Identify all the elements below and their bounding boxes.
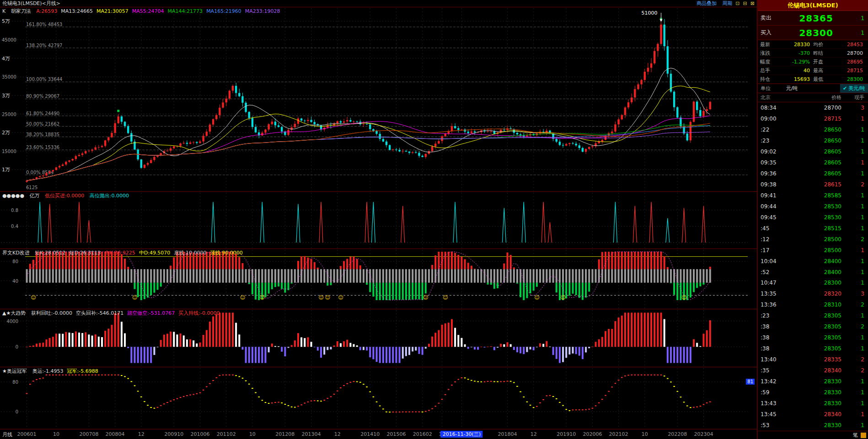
stat-value: 40 <box>774 68 811 74</box>
svg-text:4万: 4万 <box>2 56 10 62</box>
tick-row[interactable]: 09:02286051 <box>758 146 868 157</box>
tick-row[interactable]: 09:35286051 <box>758 157 868 168</box>
tick-time: :53 <box>758 422 784 428</box>
tick-row[interactable]: 13:40283352 <box>758 354 868 365</box>
pen-tab[interactable]: 笔 <box>853 432 858 439</box>
tick-row[interactable]: :38283051 <box>758 343 868 354</box>
tick-row[interactable]: 13:42283301 <box>758 376 868 387</box>
k-label: K <box>2 8 5 14</box>
tick-row[interactable]: 10:47283001 <box>758 278 868 289</box>
kline-chart[interactable]: 5万450004万350003万250002万150001万161.80% 48… <box>0 7 757 192</box>
kd-indicator-panel[interactable]: 8040☺☺☺☺☺☺☺☺☺☺☺☺ 界文KD改进 短K:28.0512短D:26.… <box>0 249 757 309</box>
trend-chart[interactable]: 40000 <box>0 309 757 367</box>
indicator-value: 空头回补:-546.0171 <box>76 310 123 316</box>
tool-icon[interactable] <box>861 433 866 438</box>
tick-row[interactable]: :53283301 <box>758 420 868 431</box>
tick-row[interactable]: :23283051 <box>758 310 868 321</box>
tick-price: 28305 <box>784 323 849 330</box>
tick-list[interactable]: 08:3428700309:00287151:22286501:23286501… <box>758 102 868 431</box>
tick-row[interactable]: :59283301 <box>758 387 868 398</box>
kd-indicator-header: 界文KD改进 短K:28.0512短D:26.3113中K:36.9225中D:… <box>2 249 250 256</box>
tick-volume: 1 <box>849 400 868 407</box>
tick-row[interactable]: 13:36283102 <box>758 299 868 310</box>
tick-row[interactable]: :17285001 <box>758 245 868 256</box>
tick-time: :38 <box>758 323 784 330</box>
olympic-chart[interactable]: 800 <box>0 367 757 429</box>
ask-row[interactable]: 卖出 28365 1 <box>758 11 868 26</box>
tick-row[interactable]: :35283402 <box>758 365 868 376</box>
trend-values: 获利回吐:-0.0000空头回补:-546.0171踏空做空:-531.0767… <box>31 310 224 316</box>
window-restore-icon[interactable]: ⊡ <box>735 0 739 6</box>
unit-usd-option[interactable]: ✔ 美元/吨 <box>840 84 868 93</box>
bid-row[interactable]: 买入 28300 1 <box>758 26 868 40</box>
indicator-name[interactable]: 亿万 <box>30 193 40 199</box>
unit-label: 单位 <box>758 85 771 92</box>
tick-price: 28305 <box>784 334 849 341</box>
indicator-name[interactable]: ★奥运冠军 <box>2 368 27 374</box>
unit-row[interactable]: 单位 元/吨 ✔ 美元/吨 <box>758 84 868 93</box>
stat-row: 总手40最高28715 <box>758 66 868 75</box>
tick-row[interactable]: :23286501 <box>758 135 868 146</box>
svg-text:40: 40 <box>12 279 18 284</box>
indicator-value: MA55:24704 <box>132 8 164 14</box>
olympic-indicator-panel[interactable]: 800 ★奥运冠军 奥运:-1.4953冠军:-5.6988 81 <box>0 367 757 429</box>
svg-text:2万: 2万 <box>2 130 10 136</box>
tick-volume: 2 <box>849 181 868 188</box>
period-link[interactable]: 周期 <box>722 0 732 7</box>
kd-chart[interactable]: 8040☺☺☺☺☺☺☺☺☺☺☺☺ <box>0 249 757 309</box>
tick-row[interactable]: 13:35283203 <box>758 288 868 299</box>
tick-row[interactable]: 10:04284001 <box>758 256 868 267</box>
tick-price: 28305 <box>784 312 849 319</box>
tick-row[interactable]: 09:36286051 <box>758 168 868 179</box>
tick-row[interactable]: :12285002 <box>758 234 868 245</box>
col-volume: 现手 <box>849 94 868 101</box>
tick-row[interactable]: :38283051 <box>758 332 868 343</box>
tick-row[interactable]: 13:43283301 <box>758 398 868 409</box>
svg-text:1万: 1万 <box>2 167 10 173</box>
tick-row[interactable]: :45285151 <box>758 223 868 234</box>
tick-volume: 1 <box>849 159 868 166</box>
check-icon: ✔ <box>843 85 847 91</box>
overlay-link[interactable]: 商品叠加 <box>697 0 717 7</box>
tick-row[interactable]: :52284001 <box>758 267 868 278</box>
tick-row[interactable]: 09:44285301 <box>758 201 868 212</box>
tick-row[interactable]: 09:45285301 <box>758 212 868 223</box>
high-sell-label: 高位抛出:0.0000 <box>90 193 129 199</box>
axis-label: 201506 <box>386 431 406 437</box>
window-close-icon[interactable]: ⊠ <box>750 0 755 6</box>
indicator-name[interactable]: 胡家刀法 <box>11 8 31 14</box>
indicator-name[interactable]: ▲★大趋势 <box>2 310 26 316</box>
axis-label: 202102 <box>609 431 628 437</box>
stat-label: 幅度 <box>758 58 774 65</box>
tick-row[interactable]: :38283052 <box>758 321 868 332</box>
bid-label: 买入 <box>758 29 772 37</box>
period-label[interactable]: 月线 <box>2 431 12 438</box>
tick-list-header: 北京 价格 现手 <box>758 93 868 102</box>
tick-time: :17 <box>758 247 784 254</box>
tick-price: 28300 <box>784 280 849 286</box>
tick-volume: 1 <box>849 269 868 275</box>
tick-row[interactable]: 13:45283401 <box>758 409 868 420</box>
tick-row[interactable]: 09:00287151 <box>758 113 868 124</box>
tick-row[interactable]: :22286501 <box>758 124 868 135</box>
dots-icon: ●●●●● <box>2 193 24 199</box>
svg-text:☺: ☺ <box>240 295 245 301</box>
window-minimize-icon[interactable]: ⊟ <box>743 0 747 6</box>
indicator-name[interactable]: 界文KD改进 <box>2 250 30 256</box>
tick-row[interactable]: 09:41285851 <box>758 190 868 201</box>
svg-text:23.60% 15336: 23.60% 15336 <box>26 145 59 150</box>
svg-text:☺: ☺ <box>318 295 323 301</box>
tick-time: 09:35 <box>758 159 784 166</box>
tick-row[interactable]: 08:34287003 <box>758 102 868 113</box>
unit-cny-option[interactable]: 元/吨 <box>786 85 798 92</box>
main-chart-panel[interactable]: 5万450004万350003万250002万150001万161.80% 48… <box>0 7 757 192</box>
tick-row[interactable]: 09:38286152 <box>758 179 868 190</box>
tick-price: 28400 <box>784 258 849 264</box>
time-axis[interactable]: 月线 2006011020070820080412200910201006201… <box>0 429 757 439</box>
svg-text:☺: ☺ <box>560 295 565 301</box>
spike-chart[interactable]: 0.80.4 <box>0 192 757 249</box>
volume-indicator-panel[interactable]: 0.80.4 ●●●●● 亿万 低位买进:0.0000 高位抛出:0.0000 <box>0 192 757 249</box>
tick-time: 09:44 <box>758 203 784 210</box>
tick-time: :38 <box>758 334 784 341</box>
trend-indicator-panel[interactable]: 40000 ▲★大趋势 获利回吐:-0.0000空头回补:-546.0171踏空… <box>0 309 757 367</box>
